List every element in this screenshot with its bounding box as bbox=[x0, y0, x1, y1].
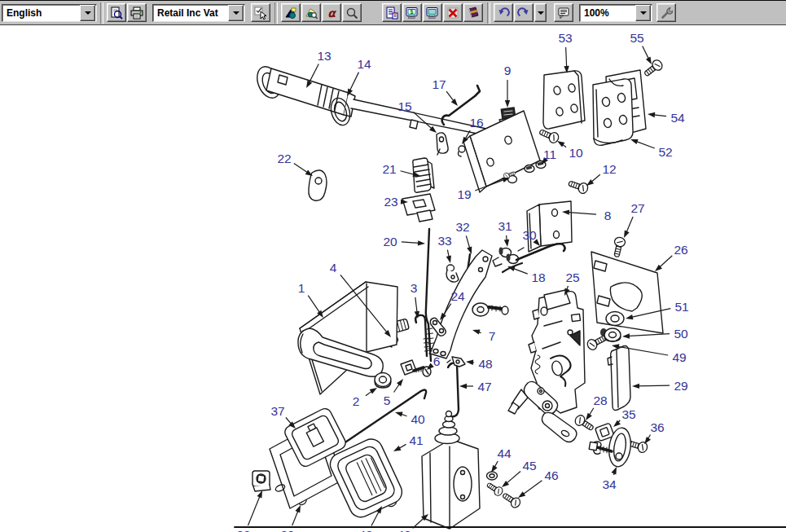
callout-label-24[interactable]: 24 bbox=[450, 289, 465, 303]
alpha-index-button[interactable]: α bbox=[322, 3, 341, 22]
callout-label-40[interactable]: 40 bbox=[411, 412, 425, 426]
parts-catalog-window: 1234567891011121314151617181920212223242… bbox=[0, 0, 786, 532]
price-combo[interactable]: Retail Inc Vat bbox=[152, 4, 245, 22]
delete-button[interactable] bbox=[443, 3, 463, 22]
part-clip-15 bbox=[437, 133, 448, 155]
part-backplate-26 bbox=[591, 252, 663, 333]
callout-label-6[interactable]: 6 bbox=[433, 354, 441, 368]
callout-label-32[interactable]: 32 bbox=[455, 220, 469, 234]
callout-label-28[interactable]: 28 bbox=[593, 394, 607, 407]
callout-label-50[interactable]: 50 bbox=[674, 327, 688, 341]
zoom-combo-arrow[interactable] bbox=[635, 5, 651, 21]
callout-label-13[interactable]: 13 bbox=[317, 49, 331, 63]
callout-label-8[interactable]: 8 bbox=[604, 209, 612, 222]
callout-label-2[interactable]: 2 bbox=[353, 394, 360, 408]
callout-label-1[interactable]: 1 bbox=[298, 281, 305, 295]
callout-label-52[interactable]: 52 bbox=[658, 145, 672, 159]
callout-label-47[interactable]: 47 bbox=[477, 380, 491, 394]
callout-label-45[interactable]: 45 bbox=[522, 459, 536, 473]
settings-button[interactable] bbox=[656, 3, 676, 22]
callout-label-36[interactable]: 36 bbox=[650, 420, 664, 434]
zoom-combo[interactable]: 100% bbox=[579, 4, 652, 22]
callout-label-11[interactable]: 11 bbox=[543, 147, 556, 161]
callout-arrowhead bbox=[491, 465, 498, 473]
price-screen-button[interactable]: $ bbox=[402, 3, 422, 22]
part-grommet-5 bbox=[401, 360, 416, 375]
part-strip-29 bbox=[608, 346, 630, 411]
callout-label-38[interactable]: 38 bbox=[236, 528, 250, 532]
undo-button[interactable] bbox=[494, 3, 513, 22]
callout-label-43[interactable]: 43 bbox=[397, 528, 411, 532]
callout-label-15[interactable]: 15 bbox=[397, 99, 411, 113]
graphic-search-button[interactable] bbox=[301, 3, 321, 22]
callout-label-51[interactable]: 51 bbox=[674, 300, 688, 314]
callout-arrowhead bbox=[395, 411, 403, 416]
report-button[interactable] bbox=[382, 3, 402, 22]
part-bracket-8 bbox=[527, 201, 572, 252]
part-actuator-motor bbox=[422, 411, 480, 530]
price-combo-value: Retail Inc Vat bbox=[153, 7, 227, 19]
callout-arrowhead bbox=[624, 230, 630, 238]
callout-label-5[interactable]: 5 bbox=[384, 394, 391, 407]
callout-label-9[interactable]: 9 bbox=[504, 64, 512, 77]
graphic-index-button[interactable] bbox=[281, 3, 301, 22]
callout-label-25[interactable]: 25 bbox=[565, 270, 579, 284]
callout-arrowhead bbox=[459, 384, 467, 389]
callout-arrowhead bbox=[505, 100, 510, 108]
callout-label-30[interactable]: 30 bbox=[522, 228, 537, 242]
callout-label-18[interactable]: 18 bbox=[531, 270, 545, 284]
callout-label-10[interactable]: 10 bbox=[569, 146, 583, 160]
price-combo-arrow[interactable] bbox=[228, 5, 244, 21]
callout-label-48[interactable]: 48 bbox=[478, 357, 492, 371]
callout-label-54[interactable]: 54 bbox=[670, 111, 685, 125]
callout-label-29[interactable]: 29 bbox=[674, 379, 687, 393]
callout-label-37[interactable]: 37 bbox=[270, 404, 284, 418]
callout-arrowhead bbox=[646, 57, 652, 64]
callout-leader-line bbox=[636, 385, 670, 386]
callout-label-22[interactable]: 22 bbox=[277, 152, 291, 165]
callout-label-7[interactable]: 7 bbox=[489, 329, 496, 343]
book-icon bbox=[467, 7, 480, 20]
callout-label-23[interactable]: 23 bbox=[384, 195, 397, 209]
redo-dropdown-button[interactable] bbox=[534, 3, 547, 22]
callout-label-4[interactable]: 4 bbox=[330, 261, 337, 275]
screen-button[interactable] bbox=[423, 3, 442, 22]
callout-label-21[interactable]: 21 bbox=[382, 162, 396, 176]
callout-label-33[interactable]: 33 bbox=[437, 234, 451, 248]
callout-label-26[interactable]: 26 bbox=[674, 243, 687, 257]
delete-x-icon bbox=[446, 7, 459, 20]
callout-label-12[interactable]: 12 bbox=[602, 162, 616, 176]
callout-label-42[interactable]: 42 bbox=[358, 528, 372, 532]
callout-label-19[interactable]: 19 bbox=[457, 187, 471, 201]
pointer-select-button[interactable] bbox=[251, 3, 270, 22]
callout-label-46[interactable]: 46 bbox=[544, 468, 558, 482]
callout-label-31[interactable]: 31 bbox=[498, 219, 512, 233]
callout-label-41[interactable]: 41 bbox=[409, 433, 423, 447]
callout-label-49[interactable]: 49 bbox=[672, 350, 686, 364]
callout-leader-line bbox=[566, 47, 567, 69]
callout-label-35[interactable]: 35 bbox=[621, 407, 635, 421]
callout-label-27[interactable]: 27 bbox=[630, 201, 644, 215]
callout-label-3[interactable]: 3 bbox=[411, 281, 418, 295]
language-combo[interactable]: English bbox=[2, 4, 97, 22]
callout-label-34[interactable]: 34 bbox=[602, 477, 617, 491]
redo-button[interactable] bbox=[514, 3, 534, 22]
note-icon bbox=[557, 7, 570, 20]
note-button[interactable] bbox=[554, 3, 573, 22]
callout-label-44[interactable]: 44 bbox=[497, 446, 512, 460]
zoom-button[interactable] bbox=[342, 3, 362, 22]
language-combo-arrow[interactable] bbox=[80, 5, 95, 21]
callout-label-20[interactable]: 20 bbox=[383, 235, 397, 248]
part-washer-51 bbox=[606, 312, 624, 326]
callout-arrowhead bbox=[644, 437, 651, 444]
callout-label-14[interactable]: 14 bbox=[357, 57, 371, 71]
callout-label-55[interactable]: 55 bbox=[630, 31, 643, 45]
callout-label-17[interactable]: 17 bbox=[432, 77, 446, 91]
book-button[interactable] bbox=[463, 3, 483, 22]
part-screw-45 bbox=[485, 481, 504, 497]
print-preview-button[interactable] bbox=[107, 3, 126, 22]
callout-label-16[interactable]: 16 bbox=[469, 116, 483, 130]
callout-label-39[interactable]: 39 bbox=[280, 528, 294, 532]
callout-label-53[interactable]: 53 bbox=[558, 31, 572, 45]
print-button[interactable] bbox=[127, 3, 147, 22]
